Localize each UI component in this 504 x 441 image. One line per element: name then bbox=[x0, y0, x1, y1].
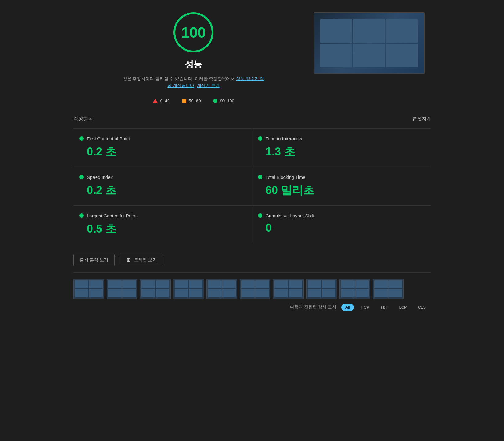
cls-value: 0 bbox=[258, 221, 425, 234]
thumb-block-5 bbox=[353, 44, 385, 68]
fb-2c bbox=[108, 289, 122, 297]
lcp-value: 0.5 초 bbox=[79, 221, 246, 237]
si-value: 0.2 초 bbox=[79, 183, 246, 198]
fb-8c bbox=[308, 289, 321, 297]
treemap-button[interactable]: 트리맵 보기 bbox=[120, 254, 163, 266]
score-desc-sep: . bbox=[194, 83, 197, 88]
source-traces-button[interactable]: 출처 흔적 보기 bbox=[73, 254, 115, 266]
legend-fail-label: 0–49 bbox=[160, 98, 170, 103]
metric-lcp-header: Largest Contentful Paint bbox=[79, 213, 246, 218]
metric-tti-header: Time to Interactive bbox=[258, 136, 425, 141]
fb-10d bbox=[388, 289, 402, 297]
tti-value: 1.3 초 bbox=[258, 144, 425, 159]
fb-9b bbox=[355, 280, 369, 289]
metric-fcp: First Contentful Paint 0.2 초 bbox=[73, 128, 252, 167]
fcp-dot bbox=[79, 136, 84, 141]
fb-9a bbox=[341, 280, 355, 289]
bottom-buttons: 출처 흔적 보기 트리맵 보기 bbox=[73, 254, 431, 273]
fb-9d bbox=[355, 289, 369, 297]
lcp-dot bbox=[79, 213, 84, 218]
legend-row: 0–49 50–89 90–100 bbox=[153, 98, 234, 103]
metric-tbt: Total Blocking Time 60 밀리초 bbox=[252, 167, 431, 205]
filmstrip-thumb-7 bbox=[273, 279, 304, 299]
tti-dot bbox=[258, 136, 262, 141]
fb-1b bbox=[89, 280, 103, 289]
legend-pass: 90–100 bbox=[213, 98, 234, 103]
score-description: 값은 추정치이며 달라질 수 있습니다. 이러한 측정항목에서 성능 점수가 직… bbox=[123, 75, 264, 89]
metrics-section: 측정항목 뷰 펼치기 First Contentful Paint 0.2 초 … bbox=[73, 116, 431, 244]
thumb-block-4 bbox=[320, 44, 352, 68]
filter-row: 다음과 관련된 감사 표시: All FCP TBT LCP CLS bbox=[73, 304, 431, 311]
thumb-block-6 bbox=[386, 44, 418, 68]
score-value: 100 bbox=[181, 24, 206, 41]
metric-tbt-header: Total Blocking Time bbox=[258, 175, 425, 180]
metric-fcp-header: First Contentful Paint bbox=[79, 136, 246, 141]
fb-3a bbox=[141, 280, 155, 289]
cls-name: Cumulative Layout Shift bbox=[266, 213, 314, 218]
fb-6a bbox=[241, 280, 255, 289]
tti-name: Time to Interactive bbox=[266, 136, 303, 141]
metrics-grid: First Contentful Paint 0.2 초 Time to Int… bbox=[73, 128, 431, 244]
fb-4b bbox=[189, 280, 202, 289]
metric-lcp: Largest Contentful Paint 0.5 초 bbox=[73, 205, 252, 244]
fb-4a bbox=[175, 280, 188, 289]
fail-icon bbox=[153, 99, 158, 103]
fb-3c bbox=[141, 289, 155, 297]
filmstrip-thumb-2 bbox=[107, 279, 137, 299]
treemap-label: 트리맵 보기 bbox=[134, 257, 157, 263]
fb-2d bbox=[122, 289, 136, 297]
metric-si-header: Speed Index bbox=[79, 175, 246, 180]
score-calculator-link[interactable]: 계산기 보기 bbox=[197, 83, 220, 88]
fb-2a bbox=[108, 280, 122, 289]
thumb-block-1 bbox=[320, 19, 352, 43]
fb-9c bbox=[341, 289, 355, 297]
source-traces-label: 출처 흔적 보기 bbox=[80, 257, 108, 263]
metrics-header: 측정항목 뷰 펼치기 bbox=[73, 116, 431, 122]
fb-7d bbox=[289, 289, 302, 297]
fb-7b bbox=[289, 280, 302, 289]
metric-si: Speed Index 0.2 초 bbox=[73, 167, 252, 205]
screenshot-area bbox=[314, 12, 431, 74]
fb-8b bbox=[322, 280, 335, 289]
filmstrip-thumb-4 bbox=[173, 279, 204, 299]
fb-4d bbox=[189, 289, 202, 297]
fb-5a bbox=[208, 280, 222, 289]
legend-average-label: 50–89 bbox=[189, 98, 201, 103]
fb-6c bbox=[241, 289, 255, 297]
thumb-block-2 bbox=[353, 19, 385, 43]
pass-icon bbox=[213, 99, 217, 103]
fb-8a bbox=[308, 280, 321, 289]
fb-3b bbox=[156, 280, 169, 289]
fb-5b bbox=[222, 280, 236, 289]
filter-cls[interactable]: CLS bbox=[414, 304, 429, 311]
average-icon bbox=[182, 99, 186, 103]
metric-cls-header: Cumulative Layout Shift bbox=[258, 213, 425, 218]
score-title: 성능 bbox=[185, 59, 202, 70]
filmstrip-thumb-6 bbox=[240, 279, 270, 299]
metric-cls: Cumulative Layout Shift 0 bbox=[252, 205, 431, 244]
filter-fcp[interactable]: FCP bbox=[358, 304, 373, 311]
fb-1a bbox=[75, 280, 88, 289]
fb-5d bbox=[222, 289, 236, 297]
fb-4c bbox=[175, 289, 188, 297]
fb-10c bbox=[374, 289, 388, 297]
fb-8d bbox=[322, 289, 335, 297]
treemap-icon bbox=[126, 258, 132, 262]
fcp-value: 0.2 초 bbox=[79, 144, 246, 159]
fb-6d bbox=[255, 289, 269, 297]
filter-lcp[interactable]: LCP bbox=[395, 304, 410, 311]
cls-dot bbox=[258, 213, 262, 218]
fb-6b bbox=[255, 280, 269, 289]
filter-all[interactable]: All bbox=[341, 304, 354, 311]
filmstrip-thumb-10 bbox=[373, 279, 404, 299]
filter-tbt[interactable]: TBT bbox=[377, 304, 392, 311]
expand-button[interactable]: 뷰 펼치기 bbox=[412, 116, 431, 122]
legend-pass-label: 90–100 bbox=[220, 98, 234, 103]
legend-fail: 0–49 bbox=[153, 98, 170, 103]
lcp-name: Largest Contentful Paint bbox=[87, 213, 136, 218]
fb-3d bbox=[156, 289, 169, 297]
metric-tti: Time to Interactive 1.3 초 bbox=[252, 128, 431, 167]
filmstrip-thumb-1 bbox=[73, 279, 104, 299]
filmstrip-thumb-9 bbox=[339, 279, 370, 299]
page-wrapper: 100 성능 값은 추정치이며 달라질 수 있습니다. 이러한 측정항목에서 성… bbox=[67, 0, 437, 329]
